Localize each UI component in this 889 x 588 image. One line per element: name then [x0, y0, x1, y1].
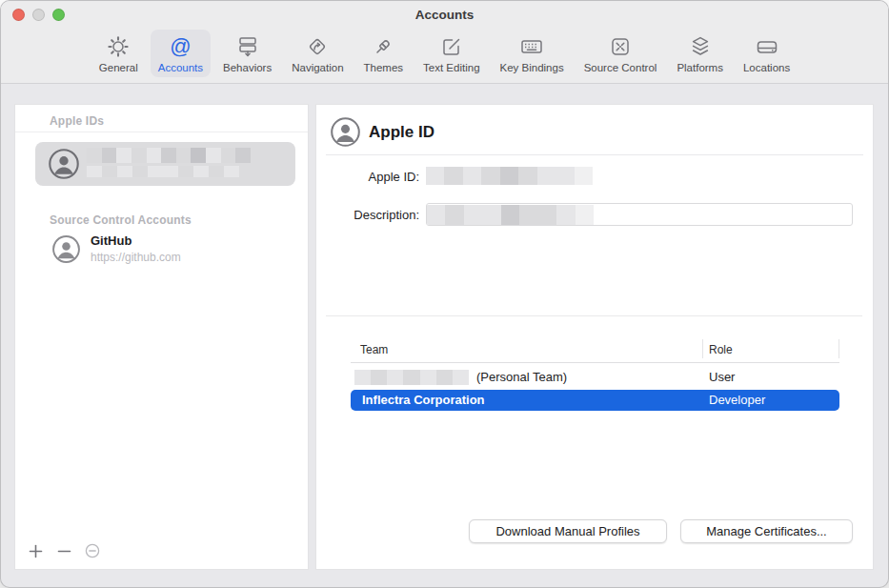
description-field-label: Description: [324, 208, 419, 222]
tab-themes[interactable]: Themes [356, 30, 412, 77]
source-control-icon [608, 32, 633, 61]
tab-text-editing[interactable]: Text Editing [415, 30, 487, 77]
gear-icon [106, 32, 131, 61]
apple-ids-section-header: Apple IDs [50, 114, 104, 128]
github-account-name: GitHub [91, 233, 131, 248]
page-title: Apple ID [369, 123, 434, 142]
square-pencil-icon [439, 32, 464, 61]
teams-table-header: Team Role [351, 337, 839, 362]
add-icon[interactable] [25, 540, 46, 561]
column-header-team[interactable]: Team [360, 343, 388, 356]
table-row-personal-team[interactable]: (Personal Team) User [351, 367, 839, 388]
tab-source-control-label: Source Control [584, 62, 657, 73]
paintbrush-icon [371, 32, 395, 61]
person-avatar-icon [48, 148, 80, 184]
apple-id-account-row-selected[interactable] [35, 142, 295, 186]
sidebar-divider [15, 132, 308, 132]
redacted-account-name [87, 148, 251, 163]
tab-behaviors-label: Behaviors [223, 62, 272, 73]
redacted-apple-id-value [426, 167, 593, 185]
preferences-toolbar: General @ Accounts Behaviors [1, 27, 888, 83]
header-divider [326, 154, 863, 155]
remove-icon[interactable] [53, 540, 74, 561]
manage-certificates-button[interactable]: Manage Certificates... [680, 519, 853, 543]
redacted-description-value [427, 205, 594, 225]
navigation-diamond-icon [305, 32, 330, 61]
github-account-row[interactable]: GitHub https://github.com [15, 227, 308, 274]
tab-text-editing-label: Text Editing [423, 62, 479, 73]
tab-navigation-label: Navigation [292, 62, 343, 73]
close-button[interactable] [12, 9, 25, 21]
download-manual-profiles-button[interactable]: Download Manual Profiles [469, 519, 667, 543]
tab-platforms-label: Platforms [677, 62, 723, 73]
accounts-sidebar: Apple IDs Source Control Accounts [14, 104, 309, 570]
minimize-button[interactable] [32, 9, 45, 21]
table-row-inflectra-selected[interactable]: Inflectra Corporation Developer [351, 390, 839, 411]
preferences-window: Accounts General [0, 0, 889, 588]
traffic-lights [12, 9, 65, 21]
tab-general[interactable]: General [91, 30, 146, 77]
source-control-section-header: Source Control Accounts [50, 213, 192, 227]
tab-source-control[interactable]: Source Control [576, 30, 665, 77]
team-role: Developer [709, 393, 765, 407]
drive-icon [755, 32, 779, 61]
redacted-team-name [354, 370, 469, 385]
tab-accounts-label: Accounts [158, 62, 203, 73]
team-role: User [709, 370, 735, 384]
person-avatar-icon [51, 234, 81, 268]
team-name: (Personal Team) [476, 370, 567, 384]
column-header-role[interactable]: Role [709, 343, 733, 356]
column-separator [838, 339, 839, 358]
title-bar[interactable]: Accounts [1, 1, 888, 28]
zoom-button[interactable] [52, 9, 65, 21]
keyboard-icon [519, 32, 544, 61]
description-field[interactable] [426, 203, 853, 226]
layers-stack-icon [688, 32, 713, 61]
teams-table: Team Role (Personal Team) User Inflectra… [351, 337, 839, 362]
github-account-url: https://github.com [91, 251, 181, 264]
tab-locations-label: Locations [743, 62, 790, 73]
apple-id-field-label: Apple ID: [324, 170, 419, 184]
sidebar-footer [15, 540, 308, 561]
apple-id-detail-panel: Apple ID Apple ID: Description: Team Rol… [315, 104, 874, 570]
tab-general-label: General [99, 62, 138, 73]
tab-accounts[interactable]: @ Accounts [151, 30, 211, 77]
section-divider [326, 315, 862, 316]
tab-key-bindings[interactable]: Key Bindings [493, 30, 572, 77]
tab-behaviors[interactable]: Behaviors [215, 30, 279, 77]
window-chrome: Accounts General [1, 1, 888, 84]
at-icon: @ [170, 32, 191, 61]
window-title: Accounts [1, 1, 888, 29]
remove-all-icon[interactable] [82, 540, 103, 561]
tab-navigation[interactable]: Navigation [284, 30, 351, 77]
behaviors-stack-icon [235, 32, 260, 61]
tab-themes-label: Themes [364, 62, 404, 73]
person-avatar-icon [330, 116, 361, 152]
redacted-account-email [87, 166, 239, 177]
team-name: Inflectra Corporation [362, 393, 485, 407]
tab-locations[interactable]: Locations [736, 30, 798, 77]
tab-key-bindings-label: Key Bindings [500, 62, 564, 73]
tab-platforms[interactable]: Platforms [669, 30, 731, 77]
column-separator [702, 339, 703, 358]
header-underline [351, 362, 839, 363]
